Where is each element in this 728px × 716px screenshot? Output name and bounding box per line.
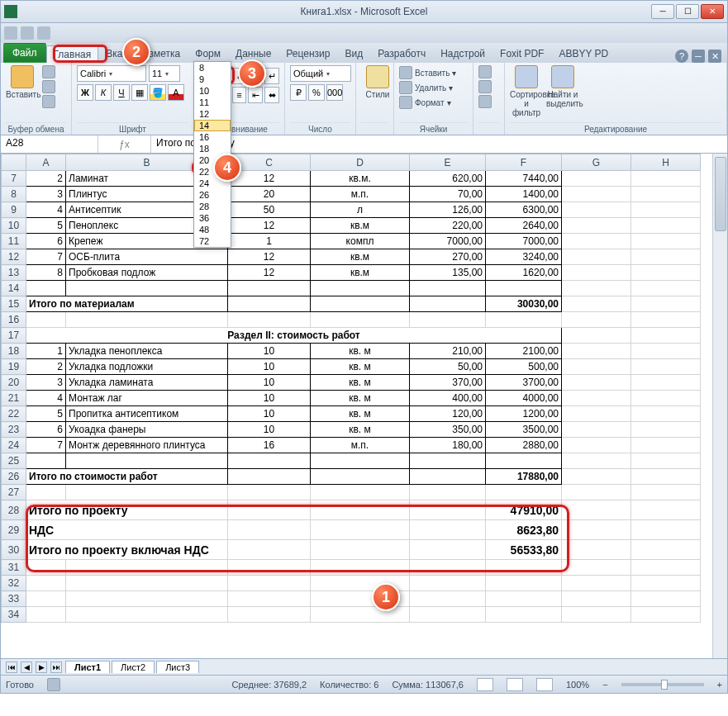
cell[interactable] [311,607,410,623]
cell[interactable] [311,485,410,500]
sheet-tab-Лист2[interactable]: Лист2 [112,661,155,673]
cell[interactable] [562,391,631,406]
number-format-combo[interactable]: Общий▾ [290,65,351,82]
cell[interactable]: 2880,00 [486,438,562,453]
cell[interactable]: кв. м [311,391,410,406]
merge-button[interactable]: ⬌ [264,87,279,103]
cell[interactable] [631,344,701,359]
cell[interactable] [486,576,562,591]
cell[interactable] [486,485,562,500]
col-header-A[interactable]: A [26,154,66,171]
cell[interactable]: 6300,00 [486,202,562,218]
cell[interactable] [26,485,66,500]
size-option-48[interactable]: 48 [194,224,231,235]
cell[interactable]: 3 [26,375,66,391]
cell[interactable] [631,469,701,485]
row-header-34[interactable]: 34 [2,607,26,623]
cell[interactable] [562,469,631,485]
cell[interactable]: кв. м [311,422,410,438]
cell[interactable] [410,500,486,520]
cell[interactable] [562,591,631,607]
cell[interactable] [410,485,486,500]
cell[interactable]: м.п. [311,438,410,453]
tab-Разработч[interactable]: Разработч [370,45,433,63]
cell[interactable]: 4 [26,202,66,218]
cell[interactable]: Укладка пеноплекса [66,344,228,359]
cell[interactable]: Пропитка антисептиком [66,406,228,422]
cell[interactable] [410,469,486,485]
row-header-29[interactable]: 29 [2,520,26,540]
cell[interactable]: 2100,00 [486,344,562,359]
cell[interactable] [26,281,66,296]
cell[interactable] [228,296,311,312]
cell[interactable]: 2 [26,171,66,187]
cell[interactable] [26,591,66,607]
zoom-slider[interactable] [621,683,704,686]
view-layout-button[interactable] [507,678,523,691]
cell[interactable] [66,591,228,607]
cell[interactable] [311,453,410,469]
size-option-9[interactable]: 9 [194,73,231,85]
insert-cells-button[interactable]: Вставить ▾ [399,65,468,80]
vertical-scrollbar[interactable] [712,154,727,658]
zoom-out-button[interactable]: − [602,680,607,690]
row-header-31[interactable]: 31 [2,560,26,576]
delete-cells-button[interactable]: Удалить ▾ [399,80,468,95]
tab-nav-last[interactable]: ⏭ [50,661,62,673]
italic-button[interactable]: К [95,84,112,101]
underline-button[interactable]: Ч [113,84,130,101]
cell[interactable] [631,171,701,187]
sheet-tab-Лист3[interactable]: Лист3 [156,661,199,673]
cell[interactable] [228,540,311,560]
cell[interactable]: 12 [228,218,311,234]
cell[interactable] [410,281,486,296]
cell[interactable]: м.п. [311,187,410,202]
cell[interactable] [631,391,701,406]
cell[interactable]: Укоадка фанеры [66,422,228,438]
cell[interactable] [26,607,66,623]
styles-button[interactable]: Стили [361,65,394,99]
size-option-18[interactable]: 18 [194,143,231,154]
cell[interactable] [410,576,486,591]
percent-button[interactable]: % [308,84,325,101]
cell[interactable]: 70,00 [410,187,486,202]
fill-color-button[interactable]: 🪣 [150,84,166,101]
cell[interactable]: 3 [26,187,66,202]
cell[interactable] [410,540,486,560]
cell[interactable]: 1 [228,234,311,249]
name-box[interactable]: A28 [1,135,98,153]
cell[interactable]: кв. м [311,406,410,422]
cell[interactable] [228,485,311,500]
zoom-in-button[interactable]: + [717,680,722,690]
cell[interactable]: кв. м [311,344,410,359]
col-header-F[interactable]: F [486,154,562,171]
cell[interactable]: 10 [228,344,311,359]
cell[interactable] [410,312,486,328]
cell[interactable]: Монтж деревянного плинтуса [66,438,228,453]
cell[interactable]: кв. м [311,375,410,391]
redo-icon[interactable] [37,26,50,40]
cell[interactable]: 6 [26,422,66,438]
cell[interactable] [410,453,486,469]
cell[interactable] [26,312,66,328]
cell[interactable] [228,312,311,328]
maximize-button[interactable]: ☐ [676,4,699,19]
cell[interactable] [66,560,228,576]
cell[interactable]: л [311,202,410,218]
minimize-button[interactable]: ─ [651,4,674,19]
cell[interactable]: ОСБ-плита [66,249,228,265]
font-name-combo[interactable]: Calibri▾ [77,65,146,82]
macro-record-icon[interactable] [47,678,60,691]
help-icon[interactable]: ? [675,50,688,63]
size-option-72[interactable]: 72 [194,235,231,247]
cell[interactable] [562,560,631,576]
cell[interactable] [631,375,701,391]
tab-file[interactable]: Файл [3,43,46,63]
cell[interactable]: 3500,00 [486,422,562,438]
cell[interactable] [486,607,562,623]
size-option-12[interactable]: 12 [194,108,231,120]
cell[interactable]: 8623,80 [486,520,562,540]
cell[interactable] [562,375,631,391]
cell[interactable] [486,560,562,576]
cell[interactable]: 30030,00 [486,296,562,312]
